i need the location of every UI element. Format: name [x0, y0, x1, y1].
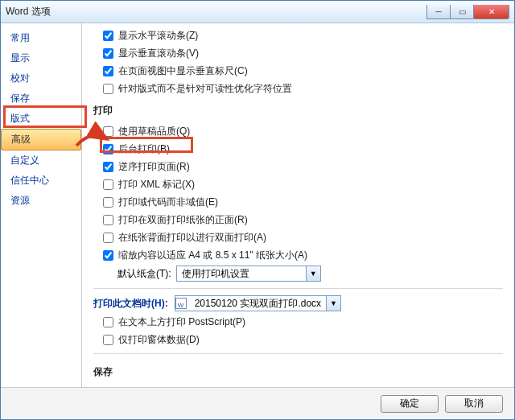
option-row: 在文本上方打印 PostScript(P) — [82, 313, 514, 331]
tray-label: 默认纸盒(T): — [117, 266, 171, 281]
option-label: 打印在双面打印纸张的正面(R) — [118, 212, 248, 227]
option-row: 缩放内容以适应 A4 或 8.5 x 11" 纸张大小(A) — [82, 246, 514, 264]
chevron-down-icon: ▼ — [326, 296, 340, 311]
window-title: Word 选项 — [6, 5, 427, 19]
sidebar-item-resources[interactable]: 资源 — [1, 191, 81, 211]
divider — [93, 353, 503, 354]
option-label: 在纸张背面打印以进行双面打印(A) — [118, 230, 266, 245]
checkbox-v-ruler[interactable] — [103, 66, 113, 76]
minimize-button[interactable]: ─ — [426, 5, 451, 19]
options-dialog: Word 选项 ─ ▭ ✕ 常用 显示 校对 保存 版式 高级 自定义 信任中心… — [0, 0, 515, 420]
option-row: 在页面视图中显示垂直标尺(C) — [82, 62, 514, 80]
option-label: 后台打印(B) — [118, 142, 170, 156]
option-row: 使用草稿品质(Q) — [82, 122, 514, 140]
sidebar-item-proofing[interactable]: 校对 — [1, 68, 81, 89]
close-button[interactable]: ✕ — [473, 5, 509, 19]
checkbox-duplex-front[interactable] — [103, 215, 113, 225]
window-controls: ─ ▭ ✕ — [427, 5, 509, 19]
option-row: 显示水平滚动条(Z) — [82, 27, 514, 44]
sidebar-item-layout[interactable]: 版式 — [1, 109, 81, 129]
content-pane[interactable]: 显示水平滚动条(Z) 显示垂直滚动条(V) 在页面视图中显示垂直标尺(C) 针对… — [81, 23, 514, 387]
cancel-button[interactable]: 取消 — [445, 395, 503, 413]
option-label: 缩放内容以适应 A4 或 8.5 x 11" 纸张大小(A) — [118, 248, 307, 262]
section-title-print: 打印 — [82, 97, 514, 122]
checkbox-v-scrollbar[interactable] — [103, 48, 113, 59]
option-label: 使用草稿品质(Q) — [118, 124, 190, 138]
option-row-reverse-print: 逆序打印页面(R) — [82, 158, 514, 175]
option-row: 针对版式而不是针对可读性优化字符位置 — [82, 80, 514, 97]
sidebar: 常用 显示 校对 保存 版式 高级 自定义 信任中心 资源 — [1, 23, 81, 387]
option-label: 显示水平滚动条(Z) — [118, 28, 198, 43]
checkbox-print-field-codes[interactable] — [103, 197, 113, 208]
checkbox-background-print[interactable] — [103, 144, 113, 154]
ok-button[interactable]: 确定 — [381, 395, 439, 413]
option-label: 在文本上方打印 PostScript(P) — [118, 315, 245, 329]
checkbox-print-xml[interactable] — [103, 179, 113, 190]
titlebar: Word 选项 ─ ▭ ✕ — [1, 1, 514, 23]
option-row: 显示垂直滚动条(V) — [82, 44, 514, 62]
checkbox-h-scrollbar[interactable] — [103, 31, 113, 41]
option-label: 打印域代码而非域值(E) — [118, 195, 218, 209]
divider — [93, 288, 503, 289]
doc-name: 20150120 实现双面打印.docx — [190, 296, 326, 311]
checkbox-draft-quality[interactable] — [103, 126, 113, 137]
print-doc-row: 打印此文档时(H): 20150120 实现双面打印.docx ▼ — [82, 294, 514, 313]
checkbox-optimize-layout[interactable] — [103, 84, 113, 94]
option-label: 显示垂直滚动条(V) — [118, 46, 199, 60]
option-label: 在页面视图中显示垂直标尺(C) — [118, 64, 248, 78]
sidebar-item-display[interactable]: 显示 — [1, 48, 81, 68]
word-doc-icon — [175, 298, 187, 309]
option-label: 打印 XML 标记(X) — [118, 177, 195, 191]
option-label: 仅打印窗体数据(D) — [118, 332, 200, 347]
option-label: 针对版式而不是针对可读性优化字符位置 — [118, 81, 292, 96]
doc-select[interactable]: 20150120 实现双面打印.docx ▼ — [175, 295, 341, 311]
sidebar-item-trust[interactable]: 信任中心 — [1, 171, 81, 191]
default-tray-row: 默认纸盒(T): 使用打印机设置 ▼ — [82, 264, 514, 283]
checkbox-postscript[interactable] — [103, 317, 113, 327]
sidebar-item-common[interactable]: 常用 — [1, 28, 81, 48]
checkbox-scale-a4[interactable] — [103, 250, 113, 261]
checkbox-duplex-back[interactable] — [103, 233, 113, 243]
checkbox-reverse-print[interactable] — [103, 162, 113, 172]
option-row: 在纸张背面打印以进行双面打印(A) — [82, 229, 514, 246]
option-row: 后台打印(B) — [82, 140, 514, 158]
option-row: 打印域代码而非域值(E) — [82, 193, 514, 211]
option-row: 打印 XML 标记(X) — [82, 175, 514, 193]
option-row: 打印在双面打印纸张的正面(R) — [82, 211, 514, 229]
dialog-body: 常用 显示 校对 保存 版式 高级 自定义 信任中心 资源 显示水平滚动条(Z)… — [1, 23, 514, 387]
section-title-save: 保存 — [82, 359, 514, 384]
sidebar-item-save[interactable]: 保存 — [1, 89, 81, 109]
dialog-footer: 确定 取消 — [1, 387, 514, 419]
tray-value: 使用打印机设置 — [177, 266, 306, 281]
checkbox-form-data[interactable] — [103, 335, 113, 345]
chevron-down-icon: ▼ — [306, 266, 320, 281]
option-label: 逆序打印页面(R) — [118, 159, 190, 174]
tray-select[interactable]: 使用打印机设置 ▼ — [176, 266, 321, 282]
print-doc-label: 打印此文档时(H): — [93, 296, 168, 311]
option-row: 仅打印窗体数据(D) — [82, 331, 514, 348]
maximize-button[interactable]: ▭ — [450, 5, 474, 19]
sidebar-item-customize[interactable]: 自定义 — [1, 150, 81, 171]
sidebar-item-advanced[interactable]: 高级 — [1, 129, 81, 150]
